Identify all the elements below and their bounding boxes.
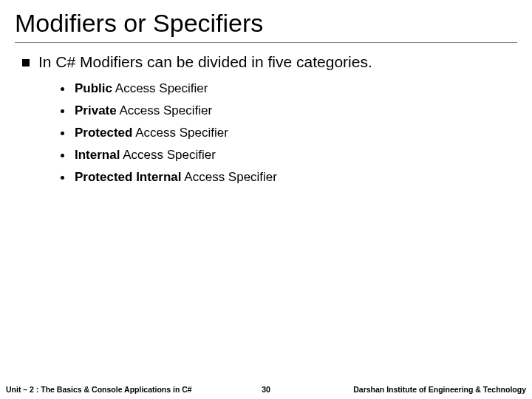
- list-item-text: Protected Internal Access Specifier: [75, 170, 277, 185]
- title-divider: [15, 42, 517, 43]
- slide-title: Modifiers or Specifiers: [15, 9, 517, 38]
- main-bullet: In C# Modifiers can be divided in five c…: [22, 53, 517, 71]
- list-item: Protected Access Specifier: [61, 126, 517, 140]
- list-item-text: Public Access Specifier: [75, 81, 208, 96]
- list-item: Internal Access Specifier: [61, 148, 517, 163]
- dot-bullet-icon: [61, 176, 64, 180]
- list-item-rest: Access Specifier: [182, 170, 277, 184]
- footer-right: Darshan Institute of Engineering & Techn…: [353, 385, 526, 394]
- dot-bullet-icon: [61, 154, 64, 157]
- dot-bullet-icon: [61, 109, 64, 113]
- list-item-rest: Access Specifier: [132, 126, 228, 140]
- slide: Modifiers or Specifiers In C# Modifiers …: [0, 0, 532, 399]
- list-item: Public Access Specifier: [61, 81, 517, 96]
- list-item-text: Internal Access Specifier: [75, 148, 216, 163]
- list-item-bold: Protected: [75, 126, 132, 140]
- list-item-bold: Internal: [75, 148, 120, 162]
- list-item-rest: Access Specifier: [120, 148, 215, 162]
- list-item-bold: Private: [75, 103, 117, 117]
- footer-left: Unit – 2 : The Basics & Console Applicat…: [6, 385, 192, 394]
- list-item-bold: Public: [75, 81, 112, 95]
- main-bullet-text: In C# Modifiers can be divided in five c…: [38, 53, 372, 71]
- list-item: Protected Internal Access Specifier: [61, 170, 517, 185]
- dot-bullet-icon: [61, 132, 64, 135]
- footer-page-number: 30: [251, 385, 281, 394]
- list-item-text: Private Access Specifier: [75, 103, 212, 118]
- list-item-bold: Protected Internal: [75, 170, 182, 184]
- square-bullet-icon: [22, 59, 30, 66]
- dot-bullet-icon: [61, 87, 64, 91]
- list-item-text: Protected Access Specifier: [75, 126, 228, 140]
- list-item: Private Access Specifier: [61, 103, 517, 118]
- footer: Unit – 2 : The Basics & Console Applicat…: [0, 380, 532, 399]
- sub-list: Public Access Specifier Private Access S…: [61, 81, 517, 185]
- list-item-rest: Access Specifier: [112, 81, 208, 95]
- list-item-rest: Access Specifier: [117, 103, 212, 117]
